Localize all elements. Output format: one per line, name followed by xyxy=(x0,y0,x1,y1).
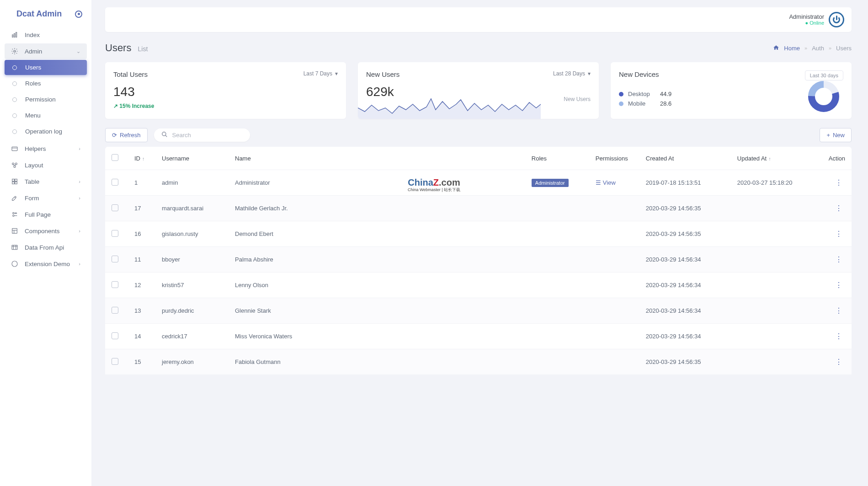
table-row: 15jeremy.okonFabiola Gutmann2020-03-29 1… xyxy=(105,349,852,374)
avatar[interactable] xyxy=(829,12,844,27)
cell-name: Fabiola Gutmann xyxy=(229,349,525,374)
sidebar-item-components[interactable]: Components› xyxy=(5,223,87,239)
range-dropdown[interactable]: Last 7 Days▾ xyxy=(304,70,338,77)
row-action-menu[interactable]: ⋮ xyxy=(832,281,845,289)
cell-name: Palma Abshire xyxy=(229,246,525,272)
cell-updated xyxy=(731,221,822,246)
sidebar-item-layout[interactable]: Layout xyxy=(5,157,87,173)
cell-name: Administrator xyxy=(229,170,525,195)
refresh-button[interactable]: ⟳ Refresh xyxy=(105,128,148,142)
search-input[interactable] xyxy=(172,132,243,139)
sidebar-item-roles[interactable]: Roles xyxy=(5,76,87,91)
row-action-menu[interactable]: ⋮ xyxy=(832,307,845,315)
cell-permissions xyxy=(589,323,639,349)
cell-updated xyxy=(731,349,822,374)
range-dropdown[interactable]: Last 28 Days▾ xyxy=(553,70,591,77)
col-id[interactable]: ID xyxy=(134,155,140,162)
chevron-right-icon: › xyxy=(79,179,80,184)
cell-permissions xyxy=(589,298,639,323)
row-action-menu[interactable]: ⋮ xyxy=(832,179,845,187)
table-row: 17marquardt.saraiMathilde Gerlach Jr.202… xyxy=(105,195,852,221)
row-checkbox[interactable] xyxy=(112,204,118,211)
card-total-users: Total Users Last 7 Days▾ 143 ↗ 15% Incre… xyxy=(105,62,346,119)
cell-created: 2020-03-29 14:56:34 xyxy=(639,246,731,272)
row-checkbox[interactable] xyxy=(112,307,118,314)
cell-updated xyxy=(731,195,822,221)
sidebar-item-helpers[interactable]: Helpers› xyxy=(5,141,87,156)
col-created[interactable]: Created At xyxy=(639,147,731,170)
col-name[interactable]: Name xyxy=(229,147,525,170)
search-icon xyxy=(161,131,168,139)
col-roles[interactable]: Roles xyxy=(525,147,589,170)
ext-icon xyxy=(11,260,18,267)
row-action-menu[interactable]: ⋮ xyxy=(832,256,845,263)
sidebar-item-index[interactable]: Index xyxy=(5,27,87,43)
card-title: New Users xyxy=(366,70,399,78)
sidebar-item-operation-log[interactable]: Operation log xyxy=(5,124,87,139)
cell-name: Glennie Stark xyxy=(229,298,525,323)
chevron-right-icon: › xyxy=(79,261,80,267)
sidebar-item-extension-demo[interactable]: Extension Demo› xyxy=(5,256,87,272)
svg-rect-14 xyxy=(15,182,17,184)
row-action-menu[interactable]: ⋮ xyxy=(832,358,845,366)
user-block[interactable]: Administrator Online xyxy=(789,12,844,27)
cell-username: kristin57 xyxy=(155,272,229,298)
cell-permissions xyxy=(589,349,639,374)
dot-icon xyxy=(12,97,17,102)
row-checkbox[interactable] xyxy=(112,281,118,288)
svg-point-16 xyxy=(13,215,14,216)
row-action-menu[interactable]: ⋮ xyxy=(832,332,845,340)
sidebar-item-label: Menu xyxy=(25,112,80,119)
row-checkbox[interactable] xyxy=(112,230,118,237)
cell-roles xyxy=(525,272,589,298)
page-header: Users List Home » Auth » Users xyxy=(105,42,852,54)
cell-created: 2020-03-29 14:56:34 xyxy=(639,298,731,323)
page-title-text: Users xyxy=(105,42,131,53)
select-all-checkbox[interactable] xyxy=(112,154,118,161)
sidebar-item-data-from-api[interactable]: Data From Api xyxy=(5,240,87,255)
sidebar-item-menu[interactable]: Menu xyxy=(5,108,87,123)
sidebar-item-admin[interactable]: Admin⌄ xyxy=(5,43,87,59)
row-action-menu[interactable]: ⋮ xyxy=(832,204,845,212)
permissions-link[interactable]: ☰View xyxy=(596,179,616,186)
breadcrumb: Home » Auth » Users xyxy=(773,45,852,52)
legend-dot xyxy=(619,101,623,106)
new-button[interactable]: + New xyxy=(820,128,852,142)
svg-rect-12 xyxy=(15,179,17,182)
sidebar-item-label: Full Page xyxy=(25,211,80,218)
cell-id: 14 xyxy=(128,323,155,349)
cell-username: marquardt.sarai xyxy=(155,195,229,221)
layout-icon xyxy=(11,161,18,169)
dot-icon xyxy=(12,81,17,86)
brand-logo[interactable]: Dcat Admin xyxy=(0,5,91,27)
sort-asc-icon[interactable]: ↑ xyxy=(768,156,771,161)
devices-legend: Desktop44.9Mobile28.6 xyxy=(619,91,671,110)
chevron-right-icon: › xyxy=(79,195,80,201)
col-username[interactable]: Username xyxy=(155,147,229,170)
search-box[interactable] xyxy=(154,128,250,142)
nav-list: IndexAdmin⌄UsersRolesPermissionMenuOpera… xyxy=(0,27,91,272)
row-action-menu[interactable]: ⋮ xyxy=(832,230,845,238)
chevron-down-icon: ⌄ xyxy=(76,48,80,54)
cell-id: 1 xyxy=(128,170,155,195)
sidebar-item-users[interactable]: Users xyxy=(5,60,87,75)
svg-point-28 xyxy=(12,261,17,267)
svg-rect-1 xyxy=(14,33,15,37)
sidebar-item-form[interactable]: Form› xyxy=(5,190,87,206)
col-permissions[interactable]: Permissions xyxy=(589,147,639,170)
col-updated[interactable]: Updated At xyxy=(737,155,767,162)
sort-asc-icon[interactable]: ↑ xyxy=(142,156,145,161)
sidebar-item-full-page[interactable]: Full Page xyxy=(5,207,87,222)
row-checkbox[interactable] xyxy=(112,358,118,365)
user-name: Administrator xyxy=(789,13,824,21)
sidebar-item-table[interactable]: Table› xyxy=(5,174,87,189)
sidebar: Dcat Admin IndexAdmin⌄UsersRolesPermissi… xyxy=(0,0,91,486)
sidebar-item-permission[interactable]: Permission xyxy=(5,92,87,107)
row-checkbox[interactable] xyxy=(112,179,118,186)
brand-name: Dcat Admin xyxy=(16,9,62,19)
row-checkbox[interactable] xyxy=(112,332,118,339)
breadcrumb-home[interactable]: Home xyxy=(784,45,800,52)
cell-updated xyxy=(731,298,822,323)
row-checkbox[interactable] xyxy=(112,256,118,262)
cell-permissions xyxy=(589,195,639,221)
